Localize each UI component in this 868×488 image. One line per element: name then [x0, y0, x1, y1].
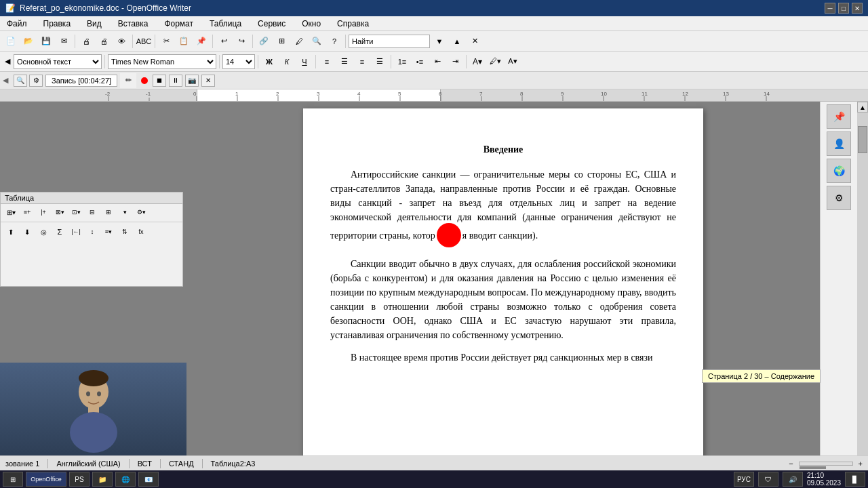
menu-format[interactable]: Формат — [160, 18, 197, 30]
close-button[interactable]: ✕ — [852, 3, 863, 14]
find-button[interactable]: 🔍 — [309, 33, 325, 49]
new-button[interactable]: 📄 — [3, 33, 19, 49]
tt-cell-center[interactable]: ◎ — [36, 225, 51, 239]
maximize-button[interactable]: □ — [838, 3, 849, 14]
redo-button[interactable]: ↪ — [233, 33, 250, 49]
taskbar-show-desktop[interactable]: ▊ — [845, 472, 865, 487]
open-button[interactable]: 📂 — [20, 33, 37, 49]
scroll-thumb[interactable] — [858, 126, 867, 153]
taskbar-antivirus[interactable]: 🛡 — [758, 472, 778, 487]
save-button[interactable]: 💾 — [38, 33, 54, 49]
paragraph-style-select[interactable]: Основной текст — [14, 54, 102, 69]
tt-col-width[interactable]: |←| — [68, 225, 83, 239]
taskbar-photoshop[interactable]: PS — [69, 472, 90, 487]
tt-row-opt[interactable]: ≡▾ — [101, 225, 116, 239]
sidebar-icon-2[interactable]: 👤 — [827, 131, 851, 156]
font-color-button[interactable]: A▾ — [469, 54, 486, 69]
record-stop-button[interactable]: ⏹ — [153, 75, 166, 87]
preview-button[interactable]: 👁 — [113, 33, 130, 49]
taskbar-app5[interactable]: 📧 — [138, 472, 159, 487]
menu-edit[interactable]: Правка — [39, 18, 75, 30]
scroll-track[interactable] — [857, 113, 868, 457]
indent-more-button[interactable]: ⇥ — [447, 54, 463, 69]
tt-cell-above[interactable]: ⬆ — [3, 225, 18, 239]
menu-window[interactable]: Окно — [298, 18, 325, 30]
numbering-button[interactable]: 1≡ — [394, 54, 410, 69]
char-bg-button[interactable]: A▾ — [505, 54, 521, 69]
help-button[interactable]: ? — [326, 33, 342, 49]
undo-button[interactable]: ↩ — [216, 33, 232, 49]
record-settings[interactable]: ⚙ — [29, 75, 43, 87]
tt-select[interactable]: ⊡▾ — [68, 205, 83, 219]
taskbar-explorer[interactable]: 📁 — [92, 472, 113, 487]
table-button[interactable]: ⊞ — [273, 33, 290, 49]
font-size-select[interactable]: 14 — [222, 54, 255, 69]
zoom-minus[interactable]: − — [789, 460, 793, 468]
print-button[interactable]: 🖨 — [96, 33, 112, 49]
tt-formula[interactable]: fx — [134, 225, 149, 239]
show-draw-button[interactable]: 🖊 — [291, 33, 307, 49]
copy-button[interactable]: 📋 — [176, 33, 192, 49]
hyperlink-button[interactable]: 🔗 — [256, 33, 272, 49]
sidebar-icon-3[interactable]: 🌍 — [827, 159, 851, 183]
sidebar-icon-4[interactable]: ⚙ — [827, 186, 851, 210]
menu-file[interactable]: Файл — [3, 18, 31, 30]
spell-button[interactable]: ABC — [136, 33, 152, 49]
taskbar-sound[interactable]: 🔊 — [783, 472, 803, 487]
tt-sum[interactable]: Σ — [52, 225, 67, 239]
menu-help[interactable]: Справка — [333, 18, 373, 30]
find-prev-button[interactable]: ▼ — [431, 33, 448, 49]
highlight-button[interactable]: 🖊▾ — [487, 54, 503, 69]
scroll-up-button[interactable]: ▲ — [857, 102, 868, 113]
tt-merge[interactable]: ⊟ — [85, 205, 100, 219]
bullets-button[interactable]: •≡ — [412, 54, 428, 69]
font-name-select[interactable]: Times New Roman — [108, 54, 216, 69]
indent-less-button[interactable]: ⇤ — [429, 54, 446, 69]
paste-button[interactable]: 📌 — [193, 33, 210, 49]
record-collapse[interactable]: ◀ — [3, 76, 8, 85]
underline-button[interactable]: Ч — [296, 54, 313, 69]
find-close-button[interactable]: ✕ — [467, 33, 483, 49]
align-center-button[interactable]: ☰ — [336, 54, 353, 69]
pdf-button[interactable]: 🖨 — [78, 33, 94, 49]
style-arrow-left[interactable]: ◀ — [3, 54, 12, 70]
align-left-button[interactable]: ≡ — [319, 54, 335, 69]
find-next-button[interactable]: ▲ — [449, 33, 465, 49]
taskbar-oo-writer[interactable]: OpenOffice — [26, 472, 66, 487]
zoom-button[interactable]: 🔍 — [14, 75, 27, 87]
record-camera-button[interactable]: 📷 — [185, 75, 199, 87]
bold-button[interactable]: Ж — [261, 54, 277, 69]
start-button[interactable]: ⊞ — [3, 472, 23, 487]
svg-text:6: 6 — [439, 91, 442, 97]
record-pause-button[interactable]: ⏸ — [169, 75, 182, 87]
tt-insert-rows[interactable]: ≡+ — [20, 205, 35, 219]
minimize-button[interactable]: ─ — [825, 3, 835, 14]
document-area[interactable]: Введение Антироссийские санкции — ограни… — [186, 102, 820, 468]
email-button[interactable]: ✉ — [56, 33, 72, 49]
tt-delete[interactable]: ⊠▾ — [52, 205, 67, 219]
align-justify-button[interactable]: ☰ — [372, 54, 388, 69]
zoom-plus[interactable]: + — [859, 460, 863, 468]
tt-split[interactable]: ⊞ — [101, 205, 116, 219]
sidebar-icon-1[interactable]: 📌 — [827, 104, 851, 129]
find-input[interactable] — [349, 35, 430, 48]
tt-sort[interactable]: ⇅ — [117, 225, 132, 239]
taskbar-browser[interactable]: 🌐 — [115, 472, 136, 487]
tt-cell-below[interactable]: ⬇ — [20, 225, 35, 239]
tt-row-height[interactable]: ↕ — [85, 225, 100, 239]
cut-button[interactable]: ✂ — [158, 33, 174, 49]
menu-view[interactable]: Вид — [83, 18, 106, 30]
status-location: Таблица2:A3 — [211, 460, 256, 468]
record-edit-button[interactable]: ✏ — [120, 73, 136, 88]
italic-button[interactable]: К — [279, 54, 295, 69]
menu-table[interactable]: Таблица — [205, 18, 245, 30]
taskbar-lang[interactable]: РУС — [734, 472, 754, 487]
tt-insert-table[interactable]: ⊞▾ — [3, 205, 18, 219]
tt-table-props[interactable]: ⚙▾ — [134, 205, 149, 219]
align-right-button[interactable]: ≡ — [354, 54, 370, 69]
menu-insert[interactable]: Вставка — [114, 18, 153, 30]
menu-tools[interactable]: Сервис — [254, 18, 290, 30]
tt-borders[interactable]: ▾ — [117, 205, 132, 219]
tt-insert-cols[interactable]: |+ — [36, 205, 51, 219]
record-close-button[interactable]: ✕ — [201, 75, 215, 87]
